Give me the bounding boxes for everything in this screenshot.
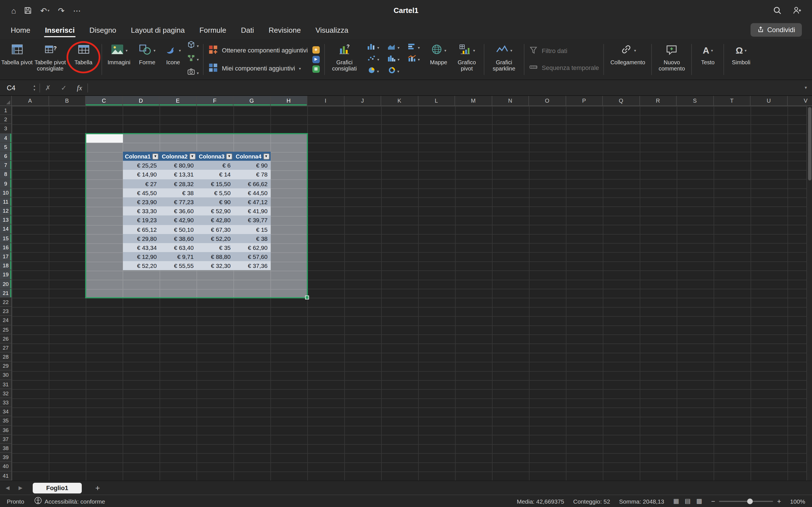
- tab-visualizza[interactable]: Visualizza: [308, 21, 356, 39]
- home-icon[interactable]: ⌂: [11, 6, 16, 14]
- pivot-chart-button[interactable]: ▾ Grafico pivot: [452, 41, 481, 78]
- row-header-36[interactable]: 36: [0, 426, 11, 435]
- row-header-8[interactable]: 8: [0, 170, 11, 179]
- table-cell[interactable]: € 67,30: [196, 225, 233, 234]
- more-commands-icon[interactable]: ⋯: [73, 6, 81, 14]
- my-addins-button[interactable]: Miei componenti aggiuntivi ▾: [208, 63, 308, 74]
- page-break-view-button[interactable]: ▩: [696, 497, 702, 505]
- table-cell[interactable]: € 32,30: [196, 262, 233, 270]
- column-header-S[interactable]: S: [677, 96, 714, 106]
- formula-input[interactable]: [88, 80, 800, 95]
- zoom-slider-knob[interactable]: [747, 498, 753, 504]
- fill-handle[interactable]: [305, 295, 309, 299]
- get-addins-button[interactable]: Ottenere componenti aggiuntivi: [208, 45, 308, 56]
- share-user-icon[interactable]: [793, 6, 802, 15]
- maps-button[interactable]: ▾ Mappe: [425, 41, 452, 78]
- column-header-A[interactable]: A: [12, 96, 49, 106]
- save-icon[interactable]: [24, 7, 32, 14]
- row-header-25[interactable]: 25: [0, 325, 11, 334]
- table-cell[interactable]: € 38,60: [160, 234, 196, 243]
- screenshot-button[interactable]: ▾: [187, 68, 199, 78]
- row-header-11[interactable]: 11: [0, 198, 11, 207]
- column-header-F[interactable]: F: [196, 96, 233, 106]
- table-cell[interactable]: € 47,12: [233, 198, 270, 207]
- table-cell[interactable]: € 6: [196, 161, 233, 170]
- scatter-chart-button[interactable]: ▾: [363, 53, 384, 65]
- table-cell[interactable]: € 33,30: [123, 207, 160, 215]
- column-header-G[interactable]: G: [233, 96, 270, 106]
- row-header-22[interactable]: 22: [0, 298, 11, 307]
- addin-app-icon[interactable]: ▦: [312, 65, 320, 72]
- column-header-E[interactable]: E: [160, 96, 196, 106]
- zoom-out-button[interactable]: −: [711, 497, 715, 505]
- row-header-38[interactable]: 38: [0, 444, 11, 453]
- row-header-4[interactable]: 4: [0, 133, 11, 143]
- row-header-35[interactable]: 35: [0, 416, 11, 426]
- row-header-16[interactable]: 16: [0, 243, 11, 252]
- table-cell[interactable]: € 9,71: [160, 252, 196, 261]
- tab-formule[interactable]: Formule: [192, 21, 233, 39]
- prev-sheet-button[interactable]: ◀: [6, 485, 10, 491]
- area-chart-button[interactable]: ▾: [384, 42, 404, 53]
- vertical-scrollbar[interactable]: [806, 106, 812, 481]
- 3d-models-button[interactable]: ▾: [187, 41, 199, 51]
- table-cell[interactable]: € 42,80: [196, 216, 233, 225]
- filter-button[interactable]: ▾: [189, 153, 195, 159]
- column-chart-button[interactable]: ▾: [363, 42, 384, 53]
- table-cell[interactable]: € 39,77: [233, 216, 270, 225]
- table-cell[interactable]: € 29,80: [123, 234, 160, 243]
- table-cell[interactable]: € 13,31: [160, 170, 196, 179]
- table-cell[interactable]: € 14,90: [123, 170, 160, 179]
- table-cell[interactable]: € 52,90: [196, 207, 233, 215]
- name-box-spinner[interactable]: ▴ ▾: [29, 84, 40, 91]
- table-cell[interactable]: € 15: [233, 225, 270, 234]
- normal-view-button[interactable]: ▦: [673, 497, 679, 505]
- table-cell[interactable]: € 35: [196, 243, 233, 252]
- new-comment-button[interactable]: Nuovo commento: [654, 41, 689, 78]
- pie-chart-button[interactable]: ▾: [363, 65, 384, 77]
- table-cell[interactable]: € 42,90: [160, 216, 196, 225]
- select-all-corner[interactable]: [0, 96, 12, 106]
- add-sheet-button[interactable]: +: [95, 483, 100, 492]
- undo-button[interactable]: ↶▾: [40, 6, 50, 14]
- combo-chart-button[interactable]: ▾: [404, 53, 424, 65]
- next-sheet-button[interactable]: ▶: [19, 485, 22, 491]
- column-header-J[interactable]: J: [344, 96, 381, 106]
- row-header-24[interactable]: 24: [0, 316, 11, 325]
- table-cell[interactable]: € 12,90: [123, 252, 160, 261]
- column-header-Q[interactable]: Q: [603, 96, 640, 106]
- name-box[interactable]: C4: [0, 80, 29, 95]
- row-header-30[interactable]: 30: [0, 371, 11, 380]
- table-cell[interactable]: € 5,50: [196, 188, 233, 198]
- row-header-19[interactable]: 19: [0, 270, 11, 279]
- tab-revisione[interactable]: Revisione: [262, 21, 308, 39]
- row-header-41[interactable]: 41: [0, 471, 11, 480]
- tab-disegno[interactable]: Disegno: [82, 21, 123, 39]
- table-cell[interactable]: € 28,32: [160, 179, 196, 188]
- row-header-1[interactable]: 1: [0, 106, 11, 115]
- table-cell[interactable]: € 57,60: [233, 252, 270, 261]
- share-button[interactable]: Condividi: [750, 23, 802, 37]
- column-header-D[interactable]: D: [123, 96, 160, 106]
- column-header-K[interactable]: K: [381, 96, 418, 106]
- row-header-29[interactable]: 29: [0, 362, 11, 371]
- page-layout-view-button[interactable]: ▤: [685, 497, 691, 505]
- row-header-34[interactable]: 34: [0, 407, 11, 416]
- cancel-button[interactable]: ✗: [40, 84, 56, 92]
- addin-app-icon[interactable]: ◈: [312, 46, 320, 53]
- column-header-N[interactable]: N: [492, 96, 529, 106]
- smartart-button[interactable]: ▾: [187, 54, 199, 64]
- row-header-33[interactable]: 33: [0, 398, 11, 407]
- table-header-cell[interactable]: Colonna2▾: [160, 152, 196, 161]
- symbols-button[interactable]: Ω▾ Simboli: [727, 41, 756, 78]
- column-header-R[interactable]: R: [640, 96, 677, 106]
- active-cell[interactable]: [86, 133, 123, 143]
- recommended-pivot-tables-button[interactable]: ? Tabelle pivot consigliate: [33, 41, 68, 78]
- table-cell[interactable]: € 37,36: [233, 262, 270, 270]
- search-icon[interactable]: [773, 6, 781, 15]
- table-cell[interactable]: € 62,90: [233, 243, 270, 252]
- bar-chart-button[interactable]: ▾: [404, 42, 424, 53]
- table-cell[interactable]: € 14: [196, 170, 233, 179]
- tab-home[interactable]: Home: [3, 21, 38, 39]
- table-cell[interactable]: € 88,80: [196, 252, 233, 261]
